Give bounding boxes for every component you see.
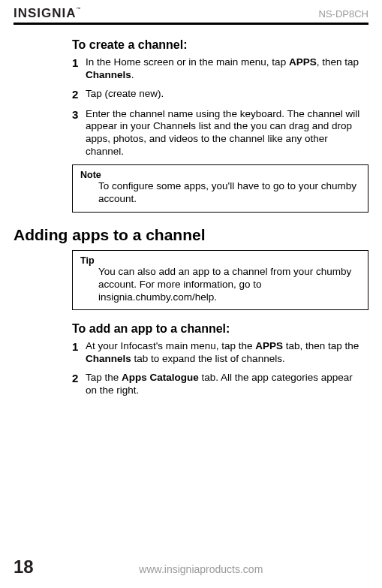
- tip-callout: Tip You can also add an app to a channel…: [72, 250, 368, 311]
- brand-logo: INSIGNIA™: [14, 6, 82, 21]
- note-label: Note: [80, 170, 360, 180]
- step-number: 1: [72, 340, 86, 366]
- adding-apps-heading: Adding apps to a channel: [14, 226, 368, 244]
- tip-label: Tip: [80, 255, 360, 266]
- create-channel-title: To create a channel:: [72, 38, 368, 52]
- note-callout: Note To configure some apps, you'll have…: [72, 164, 368, 213]
- add-app-steps: 1 At your Infocast's main menu, tap the …: [72, 340, 368, 397]
- step-text: In the Home screen or in the main menu, …: [86, 56, 368, 82]
- tip-body: You can also add an app to a channel fro…: [98, 266, 360, 304]
- page-footer: 18 www.insigniaproducts.com: [0, 556, 382, 577]
- step-number: 2: [72, 372, 86, 397]
- step-item: 2 Tap (create new).: [72, 88, 368, 102]
- add-app-title: To add an app to a channel:: [72, 322, 368, 336]
- note-body: To configure some apps, you'll have to g…: [98, 180, 360, 206]
- trademark-symbol: ™: [77, 7, 82, 11]
- step-item: 1 In the Home screen or in the main menu…: [72, 56, 368, 82]
- page-header: INSIGNIA™ NS-DP8CH: [0, 0, 382, 21]
- create-channel-steps: 1 In the Home screen or in the main menu…: [72, 56, 368, 158]
- step-number: 3: [72, 108, 86, 159]
- step-item: 3 Enter the channel name using the keybo…: [72, 108, 368, 159]
- logo-text: INSIGNIA: [14, 6, 77, 20]
- model-number: NS-DP8CH: [319, 8, 368, 21]
- step-text: Enter the channel name using the keyboar…: [86, 108, 368, 159]
- step-item: 1 At your Infocast's main menu, tap the …: [72, 340, 368, 366]
- step-text: At your Infocast's main menu, tap the AP…: [86, 340, 368, 366]
- step-number: 2: [72, 88, 86, 102]
- footer-url: www.insigniaproducts.com: [34, 563, 368, 575]
- step-text: Tap the Apps Catalogue tab. All the app …: [86, 372, 368, 397]
- step-number: 1: [72, 56, 86, 82]
- page-content: To create a channel: 1 In the Home scree…: [0, 25, 382, 397]
- step-item: 2 Tap the Apps Catalogue tab. All the ap…: [72, 372, 368, 397]
- step-text: Tap (create new).: [86, 88, 368, 102]
- page-number: 18: [14, 556, 34, 577]
